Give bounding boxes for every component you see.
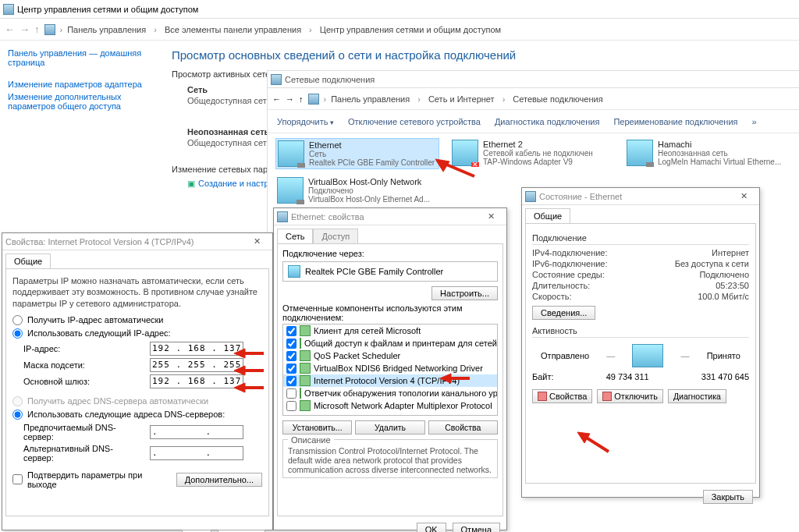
- item-checkbox[interactable]: [286, 351, 297, 361]
- adapter-ethernet[interactable]: Ethernet Сеть Realtek PCIe GBE Family Co…: [275, 138, 439, 169]
- breadcrumb-item[interactable]: Панель управления: [331, 94, 410, 104]
- page-heading: Просмотр основных сведений о сети и наст…: [172, 48, 516, 62]
- manual-dns-radio[interactable]: [12, 410, 23, 420]
- adapter-name: VirtualBox Host-Only Network: [308, 177, 430, 186]
- bytes-recv-value: 331 470 645: [701, 372, 749, 381]
- duration-value: 05:23:50: [716, 281, 749, 290]
- shield-icon: [538, 392, 547, 401]
- item-checkbox[interactable]: [286, 326, 297, 336]
- change-sharing-link[interactable]: Изменение дополнительных параметров обще…: [8, 92, 148, 111]
- disable-button[interactable]: Отключить: [597, 389, 663, 403]
- ip-address-input[interactable]: [150, 342, 243, 356]
- properties-button[interactable]: Свойства: [532, 389, 592, 403]
- diagnose-button[interactable]: Диагностика подключения: [495, 117, 599, 126]
- close-icon[interactable]: ✕: [731, 191, 756, 201]
- breadcrumb-item[interactable]: Сеть и Интернет: [428, 94, 495, 104]
- breadcrumb-item[interactable]: Центр управления сетями и общим доступом: [320, 25, 501, 34]
- nav-back-icon[interactable]: ←: [5, 23, 15, 35]
- component-icon: [300, 338, 301, 349]
- tab-general[interactable]: Общие: [525, 208, 570, 223]
- item-checkbox[interactable]: [286, 339, 297, 349]
- subnet-mask-input[interactable]: [150, 358, 243, 372]
- breadcrumb-icon: [308, 94, 319, 105]
- close-icon[interactable]: ✕: [244, 236, 269, 246]
- organize-menu[interactable]: Упорядочить: [277, 117, 334, 126]
- list-item-ipv4[interactable]: Internet Protocol Version 4 (TCP/IPv4): [283, 374, 497, 387]
- properties-button[interactable]: Свойства: [428, 420, 498, 434]
- breadcrumb-item[interactable]: Сетевые подключения: [513, 94, 602, 104]
- list-item[interactable]: Общий доступ к файлам и принтерам для се…: [283, 337, 497, 349]
- adapter-hamachi[interactable]: Hamachi Неопознанная сеть LogMeIn Hamach…: [625, 138, 789, 169]
- auto-ip-radio[interactable]: [12, 315, 23, 325]
- manual-ip-radio[interactable]: [12, 328, 23, 339]
- more-chevron-icon[interactable]: »: [752, 117, 757, 126]
- ipv4-label: IPv4-подключение:: [532, 248, 608, 257]
- nav-back-icon[interactable]: ←: [272, 94, 281, 104]
- tab-access[interactable]: Доступ: [313, 229, 358, 243]
- list-item[interactable]: Клиент для сетей Microsoft: [283, 325, 497, 337]
- item-label: VirtualBox NDIS6 Bridged Networking Driv…: [314, 364, 483, 373]
- tab-network[interactable]: Сеть: [277, 229, 313, 243]
- auto-ip-label: Получить IP-адрес автоматически: [27, 315, 163, 325]
- received-label: Принято: [707, 351, 740, 360]
- sent-label: Отправлено: [541, 351, 589, 360]
- configure-button[interactable]: Настроить...: [431, 286, 498, 300]
- alternate-dns-input[interactable]: [150, 446, 243, 460]
- item-checkbox[interactable]: [286, 376, 297, 386]
- nav-up-icon[interactable]: ↑: [34, 23, 40, 35]
- remove-button[interactable]: Удалить: [355, 420, 424, 434]
- ipv6-label: IPv6-подключение:: [532, 259, 608, 268]
- duration-label: Длительность:: [532, 281, 590, 290]
- list-item[interactable]: Microsoft Network Adapter Multiplexor Pr…: [283, 399, 497, 412]
- gateway-label: Основной шлюз:: [23, 377, 140, 386]
- preferred-dns-label: Предпочитаемый DNS-сервер:: [23, 423, 140, 442]
- adapter-icon: [288, 265, 300, 278]
- close-button[interactable]: Закрыть: [703, 490, 753, 504]
- change-adapter-link[interactable]: Изменение параметров адаптера: [8, 80, 148, 89]
- media-state-label: Состояние среды:: [532, 270, 605, 279]
- nav-fwd-icon[interactable]: →: [20, 23, 30, 35]
- list-item[interactable]: QoS Packet Scheduler: [283, 349, 497, 362]
- nav-fwd-icon[interactable]: →: [286, 94, 294, 104]
- diagnose-button[interactable]: Диагностика: [668, 389, 726, 403]
- adapter-icon: [278, 140, 304, 167]
- validate-on-exit-checkbox[interactable]: [12, 474, 23, 484]
- components-list[interactable]: Клиент для сетей Microsoft Общий доступ …: [282, 324, 498, 416]
- control-panel-home-link[interactable]: Панель управления — домашняя страница: [8, 48, 148, 67]
- window-title: Свойства: Internet Protocol Version 4 (T…: [5, 237, 194, 246]
- rename-button[interactable]: Переименование подключения: [613, 117, 737, 126]
- window-title: Состояние - Ethernet: [539, 192, 622, 201]
- adapter-status: Сеть: [309, 150, 435, 158]
- disable-device-button[interactable]: Отключение сетевого устройства: [348, 117, 481, 126]
- list-item[interactable]: VirtualBox NDIS6 Bridged Networking Driv…: [283, 362, 497, 374]
- item-label: Клиент для сетей Microsoft: [314, 326, 421, 335]
- preferred-dns-input[interactable]: [150, 425, 243, 439]
- item-label: Internet Protocol Version 4 (TCP/IPv4): [314, 376, 460, 385]
- tab-general[interactable]: Общие: [5, 254, 51, 268]
- ok-button[interactable]: OK: [417, 523, 446, 532]
- subnet-mask-label: Маска подсети:: [23, 360, 140, 370]
- adapter-virtualbox[interactable]: VirtualBox Host-Only Network Подключено …: [275, 176, 439, 205]
- list-item[interactable]: Ответчик обнаружения топологии канальног…: [283, 387, 497, 399]
- activity-icon: [632, 344, 663, 367]
- adapter-ethernet2[interactable]: Ethernet 2 Сетевой кабель не подключен T…: [450, 138, 614, 169]
- item-label: QoS Packet Scheduler: [314, 351, 400, 360]
- breadcrumb-item[interactable]: Панель управления: [67, 25, 146, 34]
- connect-through-label: Подключение через:: [282, 249, 498, 258]
- item-checkbox[interactable]: [286, 364, 297, 374]
- component-icon: [300, 388, 301, 399]
- item-checkbox[interactable]: [286, 388, 297, 399]
- alternate-dns-label: Альтернативный DNS-сервер:: [23, 444, 140, 463]
- install-button[interactable]: Установить...: [282, 420, 352, 434]
- close-icon[interactable]: ✕: [478, 211, 503, 222]
- gateway-input[interactable]: [150, 374, 243, 388]
- item-checkbox[interactable]: [286, 401, 297, 411]
- app-icon: [277, 211, 288, 222]
- breadcrumb-item[interactable]: Все элементы панели управления: [165, 25, 301, 34]
- component-icon: [300, 375, 311, 386]
- cancel-button[interactable]: Отмена: [453, 523, 500, 532]
- details-button[interactable]: Сведения...: [532, 306, 595, 320]
- nav-up-icon[interactable]: ↑: [299, 94, 304, 104]
- advanced-button[interactable]: Дополнительно...: [176, 473, 262, 487]
- ipv6-value: Без доступа к сети: [675, 259, 749, 268]
